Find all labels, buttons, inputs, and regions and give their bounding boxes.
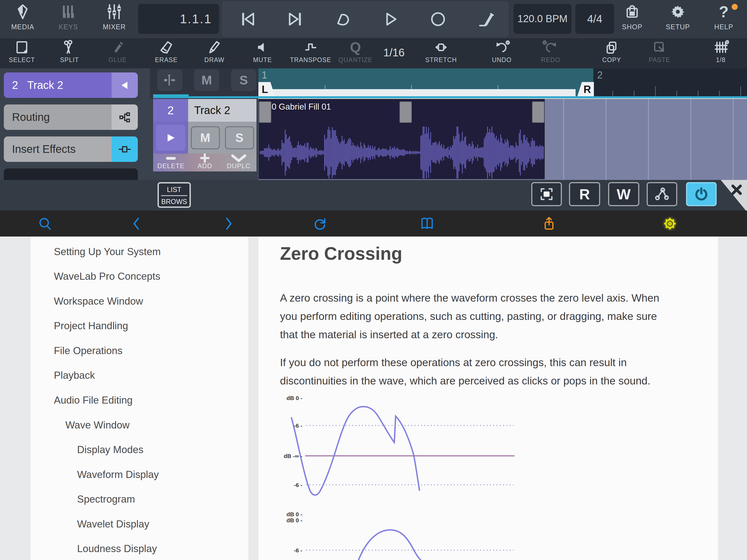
draw-tool[interactable]: DRAW — [192, 38, 236, 68]
time-signature-display[interactable]: 4/4 — [575, 4, 614, 34]
undo-tool[interactable]: UNDO — [480, 38, 524, 68]
settings-gear-button[interactable] — [659, 215, 681, 232]
inspector-track-row[interactable]: 2 Track 2 — [4, 73, 138, 98]
sidebar-item-playback[interactable]: Playback — [54, 370, 95, 381]
clip-middle-handle[interactable] — [400, 101, 412, 123]
auto-scroll-button[interactable] — [157, 69, 182, 91]
metronome-button[interactable] — [475, 9, 497, 29]
timeline-ruler-after-loop[interactable]: 2 — [593, 68, 747, 98]
loop-button[interactable] — [332, 9, 354, 29]
transpose-tool[interactable]: TRANSPOSE — [289, 38, 333, 68]
back-button[interactable] — [126, 215, 148, 232]
sidebar-item-setting-up[interactable]: Setting Up Your System — [54, 246, 161, 258]
sidebar-item-loudness[interactable]: Loudness Display — [77, 543, 157, 555]
global-solo-label: S — [239, 73, 248, 87]
select-tool[interactable]: SELECT — [0, 38, 44, 68]
browse-label: BROWS — [159, 198, 189, 206]
stretch-icon — [419, 38, 463, 56]
list-browser-toggle[interactable]: LIST BROWS — [157, 182, 191, 208]
delete-track-button[interactable]: DELETE — [156, 154, 186, 172]
setup-button[interactable]: SETUP — [656, 3, 700, 35]
grid-tool[interactable]: 1/8 — [699, 38, 743, 68]
sidebar-item-display-modes[interactable]: Display Modes — [77, 444, 144, 456]
sidebar-item-project[interactable]: Project Handling — [54, 320, 128, 332]
sidebar-item-spectrogram[interactable]: Spectrogram — [77, 493, 135, 505]
record-button[interactable] — [427, 9, 449, 29]
duplicate-track-button[interactable]: DUPLC — [224, 154, 254, 172]
mute-tool[interactable]: MUTE — [241, 38, 284, 68]
scissors-icon — [48, 38, 91, 56]
shop-button[interactable]: SHOP — [610, 3, 654, 35]
sidebar-item-wavelet[interactable]: Wavelet Display — [77, 518, 149, 530]
forward-button-web[interactable] — [217, 215, 239, 232]
keys-button[interactable]: KEYS — [47, 3, 90, 35]
paragraph-line: discontinuities in the wave, which are p… — [280, 372, 650, 390]
sidebar-item-wave-window[interactable]: Wave Window — [66, 419, 130, 431]
track-strip[interactable]: 2 Track 2 M S DELETE A — [153, 99, 256, 172]
insert-effects-icon-button[interactable] — [111, 136, 138, 162]
sidebar-item-audio-editing[interactable]: Audio File Editing — [54, 394, 133, 406]
redo-tool[interactable]: REDO — [529, 38, 572, 68]
clip-name: 080 Gabriel Fill 01 — [262, 102, 331, 112]
split-tool[interactable]: SPLIT — [48, 38, 91, 68]
chevron-right-icon — [221, 216, 236, 231]
stretch-tool[interactable]: STRETCH — [419, 38, 463, 68]
paste-tool[interactable]: PASTE — [638, 38, 681, 68]
quantize-tool[interactable]: Q QUANTIZE — [334, 38, 377, 68]
mixer-button[interactable]: MIXER — [93, 3, 136, 35]
share-button[interactable] — [538, 215, 560, 232]
track-solo-button[interactable]: S — [225, 126, 254, 149]
search-button[interactable] — [34, 215, 56, 232]
corner-tab[interactable] — [716, 180, 747, 210]
global-solo-button[interactable]: S — [231, 69, 256, 91]
write-automation-button[interactable]: W — [608, 182, 639, 206]
reload-button[interactable] — [309, 215, 331, 232]
erase-tool[interactable]: ERASE — [145, 38, 188, 68]
track-play-button[interactable] — [153, 122, 188, 154]
track-play-icon — [164, 132, 177, 144]
tempo-display[interactable]: 120.0 BPM — [514, 4, 571, 34]
glue-tool[interactable]: GLUE — [96, 38, 139, 68]
inspector-insert-effects-row[interactable]: Insert Effects — [4, 136, 138, 162]
play-button[interactable] — [380, 9, 402, 29]
share-icon — [541, 216, 557, 231]
track-name-cell[interactable]: Track 2 — [188, 99, 256, 122]
shop-label: SHOP — [610, 23, 654, 31]
sidebar-item-concepts[interactable]: WaveLab Pro Concepts — [54, 271, 160, 282]
clip-right-handle[interactable] — [532, 101, 544, 123]
transport-panel — [222, 1, 509, 37]
inspector-collapsed-row[interactable] — [4, 169, 138, 180]
position-display[interactable]: 1.1.1 — [138, 4, 219, 34]
paragraph-line: you perform editing operations, such as … — [280, 307, 657, 325]
rewind-button[interactable] — [237, 9, 259, 29]
bookmarks-button[interactable] — [416, 215, 438, 232]
track-lane[interactable]: 080 Gabriel Fill 01 — [258, 99, 747, 180]
sidebar-item-workspace[interactable]: Workspace Window — [54, 296, 143, 307]
forward-button[interactable] — [284, 9, 306, 29]
track-mute-button[interactable]: M — [191, 126, 220, 149]
sidebar-item-waveform-display[interactable]: Waveform Display — [77, 469, 159, 480]
clip-left-handle[interactable] — [259, 101, 271, 123]
right-locator-flag[interactable]: R — [575, 82, 594, 98]
media-button[interactable]: MEDIA — [1, 3, 45, 35]
add-track-button[interactable]: ADD — [190, 154, 220, 172]
paste-icon — [638, 38, 681, 56]
shop-icon — [610, 3, 654, 21]
copy-tool[interactable]: COPY — [590, 38, 634, 68]
db0-label: dB 0 - — [279, 395, 302, 401]
quantize-value[interactable]: 1/16 — [383, 47, 419, 59]
audio-clip[interactable]: 080 Gabriel Fill 01 — [259, 99, 545, 179]
help-button[interactable]: ? HELP — [702, 3, 746, 35]
ruler-bottom-line — [153, 96, 747, 98]
sidebar-item-file-operations[interactable]: File Operations — [54, 345, 123, 357]
read-automation-button[interactable]: R — [569, 182, 600, 206]
routing-icon-button[interactable] — [111, 104, 138, 130]
global-mute-button[interactable]: M — [194, 69, 219, 91]
locator-strip[interactable] — [258, 89, 575, 96]
inspector-routing-row[interactable]: Routing — [4, 104, 138, 130]
left-locator-flag[interactable]: L — [258, 82, 277, 98]
fit-zoom-button[interactable] — [531, 182, 562, 206]
power-button[interactable] — [686, 182, 717, 206]
inspector-collapse-button[interactable] — [111, 73, 138, 98]
routing-nodes-button[interactable] — [647, 182, 677, 206]
